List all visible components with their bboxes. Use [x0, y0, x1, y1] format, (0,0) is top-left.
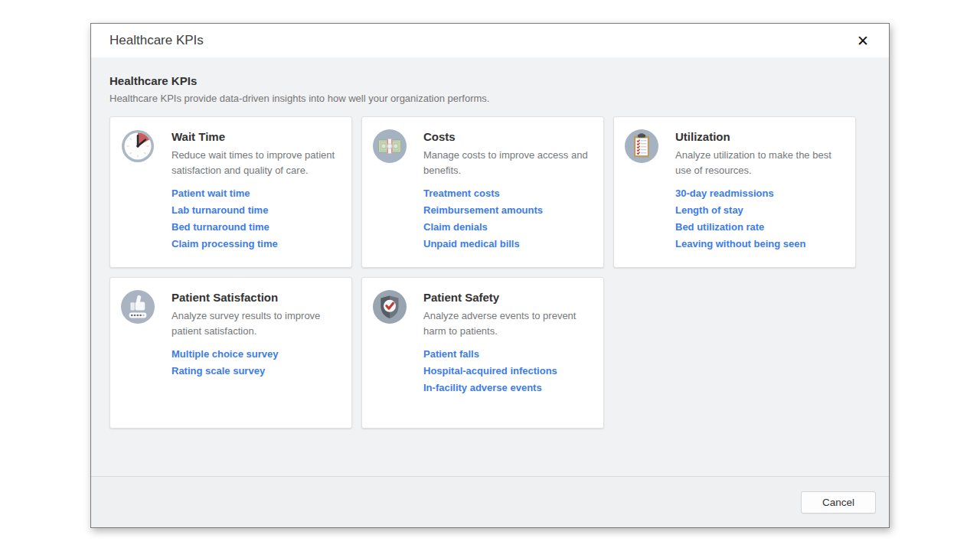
kpi-link-length-of-stay[interactable]: Length of stay — [675, 202, 844, 219]
kpi-link-patient-wait-time[interactable]: Patient wait time — [172, 185, 341, 202]
shield-check-icon — [373, 290, 407, 324]
checklist-clipboard-icon — [625, 129, 658, 163]
card-title: Utilization — [675, 130, 844, 143]
kpi-link-treatment-costs[interactable]: Treatment costs — [423, 185, 593, 202]
kpi-link-lab-turnaround-time[interactable]: Lab turnaround time — [172, 202, 341, 219]
kpi-link-patient-falls[interactable]: Patient falls — [423, 346, 593, 363]
card-description: Manage costs to improve access and benef… — [423, 148, 593, 178]
kpi-link-claim-denials[interactable]: Claim denials — [423, 219, 593, 236]
kpi-card-patient-safety: Patient Safety Analyze adverse events to… — [361, 277, 604, 429]
card-description: Reduce wait times to improve patient sat… — [172, 148, 341, 178]
kpi-link-reimbursement-amounts[interactable]: Reimbursement amounts — [423, 202, 593, 219]
kpi-link-bed-utilization-rate[interactable]: Bed utilization rate — [675, 219, 844, 236]
kpi-card-patient-satisfaction: Patient Satisfaction Analyze survey resu… — [109, 277, 352, 429]
kpi-card-wait-time: Wait Time Reduce wait times to improve p… — [109, 116, 352, 268]
kpi-link-in-facility-adverse-events[interactable]: In-facility adverse events — [423, 380, 593, 396]
kpi-link-bed-turnaround-time[interactable]: Bed turnaround time — [172, 219, 341, 236]
card-title: Wait Time — [172, 130, 341, 143]
dialog-titlebar: Healthcare KPIs ✕ — [91, 24, 889, 57]
close-icon[interactable]: ✕ — [854, 32, 872, 50]
cancel-button[interactable]: Cancel — [801, 491, 876, 514]
page-title: Healthcare KPIs — [109, 74, 871, 87]
card-description: Analyze adverse events to prevent harm t… — [423, 308, 593, 338]
card-description: Analyze survey results to improve patien… — [172, 308, 341, 338]
kpi-link-unpaid-medical-bills[interactable]: Unpaid medical bills — [423, 236, 593, 253]
thumbs-up-rating-icon — [121, 290, 155, 324]
kpi-link-leaving-without-being-seen[interactable]: Leaving without being seen — [675, 236, 844, 253]
healthcare-kpis-dialog: Healthcare KPIs ✕ Healthcare KPIs Health… — [90, 23, 890, 528]
card-title: Patient Safety — [423, 291, 593, 304]
dialog-title: Healthcare KPIs — [109, 33, 204, 48]
card-title: Patient Satisfaction — [172, 291, 341, 304]
dialog-body: Healthcare KPIs Healthcare KPIs provide … — [91, 57, 889, 476]
kpi-link-30-day-readmissions[interactable]: 30-day readmissions — [675, 185, 844, 202]
kpi-link-multiple-choice-survey[interactable]: Multiple choice survey — [172, 346, 341, 363]
kpi-link-rating-scale-survey[interactable]: Rating scale survey — [172, 363, 341, 380]
kpi-card-costs: Costs Manage costs to improve access and… — [361, 116, 604, 268]
kpi-link-hospital-acquired-infections[interactable]: Hospital-acquired infections — [423, 363, 593, 380]
dialog-footer: Cancel — [91, 476, 889, 527]
kpi-card-grid: Wait Time Reduce wait times to improve p… — [109, 116, 871, 429]
clock-icon — [121, 129, 155, 163]
card-description: Analyze utilization to make the best use… — [675, 148, 844, 178]
page-subtitle: Healthcare KPIs provide data-driven insi… — [109, 93, 871, 104]
card-title: Costs — [423, 130, 593, 143]
money-icon — [373, 129, 407, 163]
kpi-link-claim-processing-time[interactable]: Claim processing time — [172, 236, 341, 253]
kpi-card-utilization: Utilization Analyze utilization to make … — [613, 116, 856, 268]
